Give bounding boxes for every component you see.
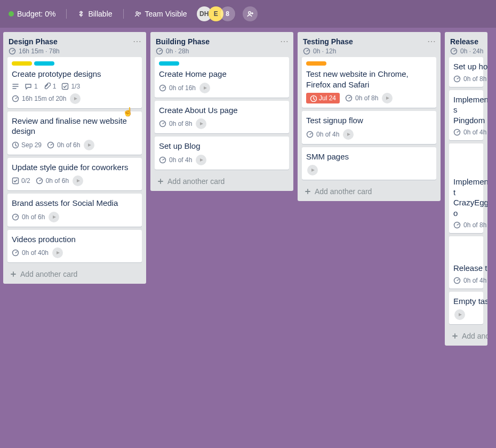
billable-button[interactable]: Billable — [72, 6, 117, 21]
card[interactable]: Create Home page 0h of 16h — [155, 57, 289, 98]
card-time: 0h of 6h — [12, 212, 138, 222]
timer-play-button[interactable] — [49, 212, 59, 222]
list-title: Building Phase — [156, 37, 288, 46]
list-building-phase: Building Phase ⋯ 0h · 28h Create Home pa… — [150, 32, 293, 191]
add-card-button[interactable]: Add anoth — [445, 326, 487, 346]
label-cyan[interactable] — [159, 61, 179, 66]
add-card-button[interactable]: Add another card — [150, 172, 293, 191]
gauge-icon — [12, 213, 19, 221]
list-title: Design Phase — [9, 37, 141, 46]
timer-play-button[interactable] — [73, 175, 83, 186]
visibility-button[interactable]: Team Visible — [129, 6, 193, 21]
card[interactable]: Brand assets for Social Media 0h of 6h — [7, 194, 142, 227]
list-menu-button[interactable]: ⋯ — [427, 36, 436, 46]
label-yellow[interactable] — [12, 61, 32, 66]
attachments-badge: 1 — [43, 83, 57, 90]
card[interactable]: Create prototype designs 1 1 1/3 — [7, 57, 142, 108]
list-cards: Test new website in Chrome, Firefox and … — [298, 57, 441, 182]
card-badges: 1 1 1/3 — [12, 83, 138, 90]
card-title: Brand assets for Social Media — [12, 198, 138, 209]
timer-play-button[interactable] — [343, 129, 354, 140]
card-time — [306, 165, 432, 175]
list-header[interactable]: Testing Phase ⋯ 0h · 12h — [298, 32, 441, 57]
list-cards: Set up host 0h of 8h Implement s Pingdom… — [445, 57, 487, 326]
plus-icon — [157, 178, 164, 185]
card-title: Update style guide for coworkers — [12, 162, 138, 173]
card[interactable]: Implement s Pingdom 0h of 4h — [449, 90, 483, 141]
card-title: Implement t CrazyEgg o — [453, 177, 479, 218]
card-title: Release to c — [453, 263, 479, 274]
card[interactable]: Update style guide for coworkers 0/2 0h … — [7, 158, 142, 191]
gauge-icon — [36, 177, 43, 185]
timer-play-button[interactable] — [382, 93, 393, 103]
card[interactable]: Empty task — [449, 292, 483, 325]
add-card-button[interactable]: Add another card — [3, 265, 146, 284]
divider — [123, 9, 124, 19]
card[interactable]: Videos production 0h of 40h — [7, 230, 142, 263]
list-testing-phase: Testing Phase ⋯ 0h · 12h Test new websit… — [298, 32, 441, 201]
list-header[interactable]: Design Phase ⋯ 16h 15m · 78h — [3, 32, 146, 57]
gauge-icon — [159, 120, 166, 127]
card[interactable]: Test signup flow 0h of 4h — [302, 111, 436, 144]
list-cards: Create prototype designs 1 1 1/3 — [3, 57, 146, 265]
card[interactable]: Implement t CrazyEgg o 0h of 8h — [449, 143, 483, 233]
timer-play-button[interactable] — [196, 155, 206, 165]
label-orange[interactable] — [306, 61, 326, 66]
list-design-phase: Design Phase ⋯ 16h 15m · 78h Create prot… — [3, 32, 146, 284]
card[interactable]: Review and finalise new website design S… — [7, 111, 142, 155]
card[interactable]: Create About Us page 0h of 8h — [155, 101, 289, 134]
list-header[interactable]: Release 0h · 24h — [445, 32, 487, 57]
list-menu-button[interactable]: ⋯ — [133, 36, 142, 46]
label-cyan[interactable] — [34, 61, 54, 66]
timer-play-button[interactable] — [84, 140, 94, 150]
card-title: Set up host — [453, 61, 479, 72]
dollar-icon — [77, 10, 85, 18]
card-title: Empty task — [453, 296, 479, 307]
timer-play-button[interactable] — [196, 118, 206, 129]
visibility-label: Team Visible — [145, 10, 187, 18]
card[interactable]: Test new website in Chrome, Firefox and … — [302, 57, 436, 108]
gauge-icon — [453, 277, 461, 284]
budget-label: Budget: 0% — [17, 10, 55, 18]
gauge-icon — [453, 221, 461, 229]
card[interactable]: SMM pages — [302, 147, 436, 180]
timer-play-button[interactable] — [70, 93, 81, 104]
attachment-icon — [43, 83, 51, 90]
card-time: 16h 15m of 20h — [12, 93, 138, 104]
timer-play-button[interactable] — [454, 309, 465, 320]
plus-icon — [304, 188, 311, 195]
card-title: Test signup flow — [306, 115, 432, 126]
member-avatars: DH E 8 — [200, 6, 235, 21]
add-card-button[interactable]: Add another card — [298, 182, 441, 201]
card-time: 0h of 4h — [306, 129, 432, 140]
checklist-icon — [12, 177, 19, 185]
card[interactable]: Set up Blog 0h of 4h — [155, 137, 289, 170]
add-user-icon — [246, 10, 254, 18]
gauge-icon — [453, 129, 461, 136]
divider — [66, 9, 67, 19]
card-time: 0h of 8h — [159, 118, 285, 129]
card-cover-image — [449, 143, 483, 171]
comments-badge: 1 — [25, 83, 38, 90]
clock-icon — [310, 95, 317, 102]
card-time: 0h of 6h — [47, 140, 94, 150]
card-title: SMM pages — [306, 151, 432, 162]
card-labels — [12, 61, 138, 66]
list-header[interactable]: Building Phase ⋯ 0h · 28h — [150, 32, 293, 57]
list-title: Release — [450, 37, 482, 46]
card-time: 0h of 40h — [12, 247, 138, 258]
board[interactable]: Design Phase ⋯ 16h 15m · 78h Create prot… — [0, 28, 496, 448]
card[interactable]: Set up host 0h of 8h — [449, 57, 483, 87]
add-member-button[interactable] — [243, 6, 258, 21]
gauge-icon — [12, 249, 19, 257]
budget-indicator[interactable]: Budget: 0% — [3, 6, 61, 21]
gauge-icon — [303, 47, 310, 55]
card-title: Implement s Pingdom — [453, 94, 479, 126]
list-menu-button[interactable]: ⋯ — [280, 36, 289, 46]
comment-icon — [25, 83, 32, 90]
timer-play-button[interactable] — [52, 247, 63, 258]
card[interactable]: Release to c 0h of 4h — [449, 236, 483, 289]
timer-play-button[interactable] — [307, 165, 318, 175]
avatar-more-count[interactable]: 8 — [220, 6, 235, 21]
timer-play-button[interactable] — [199, 83, 210, 93]
